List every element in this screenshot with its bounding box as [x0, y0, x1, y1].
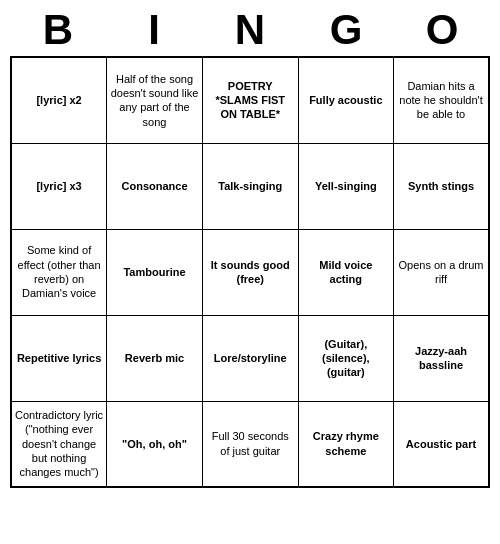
title-o: O [397, 6, 487, 54]
cell-1-4: Synth stings [394, 143, 489, 229]
cell-3-3: (Guitar), (silence), (guitar) [298, 315, 393, 401]
cell-3-1: Reverb mic [107, 315, 203, 401]
cell-3-4: Jazzy-aah bassline [394, 315, 489, 401]
cell-2-2: It sounds good (free) [202, 229, 298, 315]
cell-4-0: Contradictory lyric ("nothing ever doesn… [11, 401, 107, 487]
cell-0-1: Half of the song doesn't sound like any … [107, 57, 203, 143]
cell-2-3: Mild voice acting [298, 229, 393, 315]
title-n: N [205, 6, 295, 54]
title-g: G [301, 6, 391, 54]
cell-0-2: POETRY *SLAMS FIST ON TABLE* [202, 57, 298, 143]
cell-3-2: Lore/storyline [202, 315, 298, 401]
cell-1-3: Yell-singing [298, 143, 393, 229]
cell-4-1: "Oh, oh, oh" [107, 401, 203, 487]
cell-2-4: Opens on a drum riff [394, 229, 489, 315]
title-i: I [109, 6, 199, 54]
cell-4-2: Full 30 seconds of just guitar [202, 401, 298, 487]
cell-2-1: Tambourine [107, 229, 203, 315]
cell-4-4: Acoustic part [394, 401, 489, 487]
cell-1-0: [lyric] x3 [11, 143, 107, 229]
cell-0-4: Damian hits a note he shouldn't be able … [394, 57, 489, 143]
title-b: B [13, 6, 103, 54]
cell-3-0: Repetitive lyrics [11, 315, 107, 401]
cell-0-0: [lyric] x2 [11, 57, 107, 143]
cell-1-1: Consonance [107, 143, 203, 229]
bingo-title: B I N G O [10, 0, 490, 56]
cell-4-3: Crazy rhyme scheme [298, 401, 393, 487]
cell-0-3: Fully acoustic [298, 57, 393, 143]
cell-2-0: Some kind of effect (other than reverb) … [11, 229, 107, 315]
cell-1-2: Talk-singing [202, 143, 298, 229]
bingo-grid: [lyric] x2Half of the song doesn't sound… [10, 56, 490, 488]
